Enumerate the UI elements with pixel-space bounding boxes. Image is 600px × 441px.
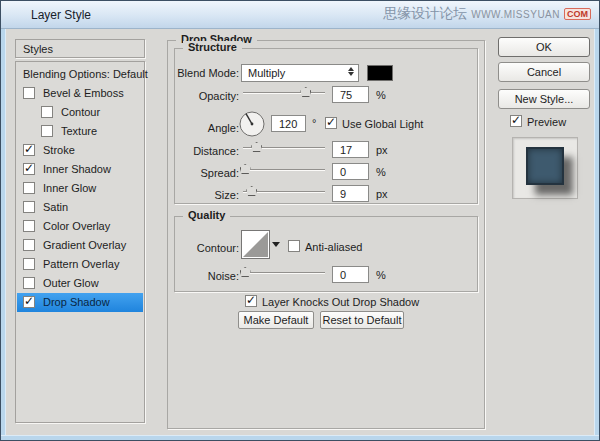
watermark-url-text: WWW.MISSYUAN bbox=[471, 9, 560, 20]
sidebar-item-inner-glow[interactable]: Inner Glow bbox=[17, 179, 143, 198]
opacity-input[interactable]: 75 bbox=[332, 86, 369, 103]
preview-label: Preview bbox=[527, 116, 566, 128]
angle-unit: ° bbox=[312, 117, 316, 129]
style-preview-square bbox=[526, 147, 564, 185]
noise-input[interactable]: 0 bbox=[332, 266, 369, 283]
styles-header-label: Styles bbox=[23, 43, 53, 55]
distance-label: Distance: bbox=[175, 145, 239, 157]
watermark-chinese-text: 思缘设计论坛 bbox=[383, 5, 467, 23]
window-frame-bottom bbox=[1, 435, 599, 440]
size-input[interactable]: 9 bbox=[332, 185, 369, 202]
angle-dial[interactable] bbox=[238, 110, 266, 138]
stroke-checkbox[interactable]: ✓ bbox=[23, 144, 35, 156]
noise-slider-thumb[interactable] bbox=[240, 267, 251, 277]
distance-input[interactable]: 17 bbox=[332, 141, 369, 158]
make-default-button[interactable]: Make Default bbox=[238, 311, 314, 329]
sidebar-item-contour[interactable]: Contour bbox=[17, 103, 143, 122]
watermark: 思缘设计论坛 WWW.MISSYUAN COM bbox=[383, 5, 591, 23]
satin-checkbox[interactable] bbox=[23, 201, 35, 213]
layer-style-dialog: Layer Style 思缘设计论坛 WWW.MISSYUAN COM Styl… bbox=[0, 0, 600, 441]
spread-slider[interactable] bbox=[243, 164, 325, 175]
noise-slider[interactable] bbox=[243, 267, 325, 278]
blend-mode-select[interactable]: Multiply bbox=[241, 64, 359, 82]
sidebar-item-satin[interactable]: Satin bbox=[17, 198, 143, 217]
window-title: Layer Style bbox=[31, 8, 91, 22]
sidebar-item-outer-glow[interactable]: Outer Glow bbox=[17, 274, 143, 293]
structure-group: Structure Blend Mode: Multiply Opacity: … bbox=[174, 48, 478, 204]
noise-label: Noise: bbox=[175, 270, 239, 282]
blend-mode-value: Multiply bbox=[248, 67, 285, 79]
size-label: Size: bbox=[175, 189, 239, 201]
sidebar-item-inner-shadow[interactable]: ✓Inner Shadow bbox=[17, 160, 143, 179]
anti-aliased-label: Anti-aliased bbox=[305, 241, 362, 253]
spread-label: Spread: bbox=[175, 167, 239, 179]
ok-button[interactable]: OK bbox=[498, 37, 590, 57]
sidebar-item-color-overlay[interactable]: Color Overlay bbox=[17, 217, 143, 236]
anti-aliased-checkbox[interactable] bbox=[288, 240, 300, 252]
quality-legend: Quality bbox=[183, 209, 230, 221]
outer-glow-checkbox[interactable] bbox=[23, 277, 35, 289]
pattern-overlay-checkbox[interactable] bbox=[23, 258, 35, 270]
sidebar-item-drop-shadow[interactable]: ✓Drop Shadow bbox=[17, 293, 143, 312]
noise-unit: % bbox=[376, 269, 386, 281]
quality-group: Quality Contour: Anti-aliased Noise: 0 % bbox=[174, 216, 478, 292]
new-style-button[interactable]: New Style... bbox=[498, 89, 590, 109]
preview-checkbox[interactable]: ✓ bbox=[510, 115, 522, 127]
spread-unit: % bbox=[376, 166, 386, 178]
sidebar-item-texture[interactable]: Texture bbox=[17, 122, 143, 141]
sidebar-item-stroke[interactable]: ✓Stroke bbox=[17, 141, 143, 160]
distance-slider[interactable] bbox=[243, 142, 325, 153]
shadow-color-swatch[interactable] bbox=[367, 65, 393, 81]
reset-to-default-button[interactable]: Reset to Default bbox=[320, 311, 404, 329]
use-global-light-checkbox[interactable]: ✓ bbox=[325, 117, 337, 129]
titlebar[interactable]: Layer Style 思缘设计论坛 WWW.MISSYUAN COM bbox=[1, 1, 599, 29]
layer-knocks-out-checkbox[interactable]: ✓ bbox=[245, 295, 257, 307]
gradient-overlay-checkbox[interactable] bbox=[23, 239, 35, 251]
drop-shadow-panel: Drop Shadow Structure Blend Mode: Multip… bbox=[167, 40, 485, 429]
inner-shadow-checkbox[interactable]: ✓ bbox=[23, 163, 35, 175]
sidebar-item-bevel-emboss[interactable]: Bevel & Emboss bbox=[17, 84, 143, 103]
blend-mode-label: Blend Mode: bbox=[175, 67, 239, 79]
contour-dropdown-icon[interactable] bbox=[272, 242, 280, 247]
color-overlay-checkbox[interactable] bbox=[23, 220, 35, 232]
combo-updown-icon bbox=[346, 67, 355, 76]
spread-slider-track[interactable] bbox=[243, 169, 325, 171]
inner-glow-checkbox[interactable] bbox=[23, 182, 35, 194]
structure-legend: Structure bbox=[183, 41, 242, 53]
texture-checkbox[interactable] bbox=[41, 125, 53, 137]
use-global-light-label: Use Global Light bbox=[342, 118, 423, 130]
sidebar-item-blending-options[interactable]: Blending Options: Default bbox=[17, 65, 143, 84]
angle-label: Angle: bbox=[175, 122, 239, 134]
contour-checkbox[interactable] bbox=[41, 106, 53, 118]
spread-slider-thumb[interactable] bbox=[240, 164, 251, 174]
noise-slider-track[interactable] bbox=[243, 272, 325, 274]
opacity-unit: % bbox=[376, 89, 386, 101]
size-unit: px bbox=[376, 188, 388, 200]
sidebar-item-gradient-overlay[interactable]: Gradient Overlay bbox=[17, 236, 143, 255]
contour-label: Contour: bbox=[175, 242, 239, 254]
style-preview-well bbox=[512, 137, 578, 199]
size-slider-thumb[interactable] bbox=[246, 186, 257, 196]
drop-shadow-checkbox[interactable]: ✓ bbox=[23, 296, 35, 308]
sidebar-item-pattern-overlay[interactable]: Pattern Overlay bbox=[17, 255, 143, 274]
window-frame-left bbox=[1, 29, 6, 440]
distance-unit: px bbox=[376, 144, 388, 156]
opacity-slider-thumb[interactable] bbox=[300, 87, 311, 97]
contour-picker[interactable] bbox=[241, 230, 270, 259]
opacity-slider-track[interactable] bbox=[243, 92, 325, 94]
angle-input[interactable]: 120 bbox=[271, 115, 306, 132]
opacity-slider[interactable] bbox=[243, 87, 325, 98]
spread-input[interactable]: 0 bbox=[332, 163, 369, 180]
styles-header: Styles bbox=[15, 39, 145, 58]
cancel-button[interactable]: Cancel bbox=[498, 62, 590, 82]
watermark-com-badge: COM bbox=[564, 8, 591, 20]
styles-list: Blending Options: Default Bevel & Emboss… bbox=[15, 61, 145, 423]
bevel-emboss-checkbox[interactable] bbox=[23, 87, 35, 99]
window-frame-right bbox=[594, 29, 599, 440]
layer-knocks-out-label: Layer Knocks Out Drop Shadow bbox=[262, 296, 419, 308]
size-slider[interactable] bbox=[243, 186, 325, 197]
opacity-label: Opacity: bbox=[175, 90, 239, 102]
distance-slider-thumb[interactable] bbox=[251, 142, 262, 152]
